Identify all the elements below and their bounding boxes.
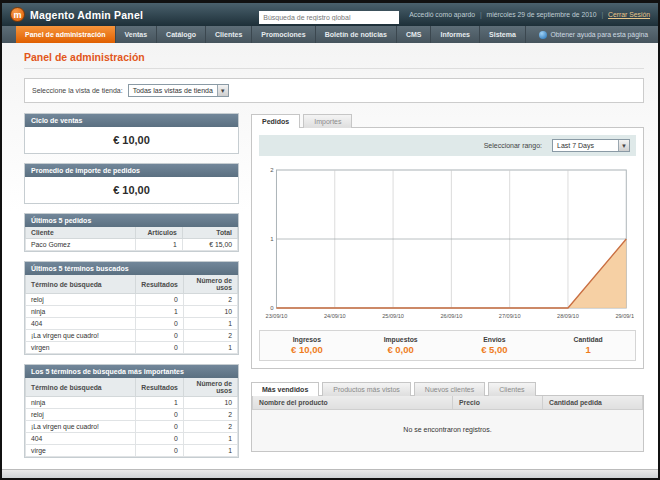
last-search-table: Término de búsqueda Resultados Número de… [25, 275, 238, 354]
help-link[interactable]: Obtener ayuda para esta página [539, 26, 659, 43]
cell-uses: 2 [183, 330, 237, 342]
top-search-table: Término de búsqueda Resultados Número de… [25, 378, 238, 457]
range-selector-bar: Seleccionar rango: Last 7 Days ▼ [259, 135, 636, 156]
nav-item-catalogo[interactable]: Catálogo [157, 26, 206, 43]
svg-text:28/09/10: 28/09/10 [557, 313, 579, 319]
range-label: Seleccionar rango: [484, 142, 542, 149]
cell-results: 0 [136, 433, 184, 445]
svg-text:29/09/10: 29/09/10 [615, 313, 634, 319]
svg-text:25/09/10: 25/09/10 [382, 313, 404, 319]
widget-title: Ciclo de ventas [25, 114, 238, 127]
tab-clientes[interactable]: Clientes [488, 382, 535, 396]
cell-term: 404 [26, 433, 136, 445]
page-content: Panel de administración Seleccione la vi… [2, 43, 658, 465]
col-header: Número de usos [183, 275, 237, 294]
store-view-selector: Seleccione la vista de tienda: Todas las… [24, 78, 644, 103]
col-header: Número de usos [183, 378, 237, 397]
range-select[interactable]: Last 7 Days ▼ [552, 139, 630, 152]
nav-item-ventas[interactable]: Ventas [116, 26, 158, 43]
tab-productos-mas-vistos[interactable]: Productos más vistos [322, 382, 411, 396]
admin-header: m Magento Admin Panel Accedió como apard… [2, 3, 658, 26]
stat-value: € 5,00 [448, 344, 542, 355]
stat-value: 1 [541, 344, 635, 355]
nav-item-cms[interactable]: CMS [397, 26, 432, 43]
separator: | [480, 11, 482, 18]
store-view-label: Seleccione la vista de tienda: [32, 87, 123, 94]
tab-mas-vendidos[interactable]: Más vendidos [251, 382, 319, 396]
tab-pedidos[interactable]: Pedidos [251, 114, 300, 128]
cell-results: 0 [136, 330, 184, 342]
global-search-input[interactable] [259, 11, 399, 24]
nav-item-boletin[interactable]: Boletín de noticias [316, 26, 397, 43]
table-row[interactable]: ninja 1 10 [26, 306, 238, 318]
col-header: Resultados [136, 378, 184, 397]
products-table-panel: Nombre del producto Precio Cantidad pedi… [251, 395, 644, 452]
table-row[interactable]: reloj 0 2 [26, 294, 238, 306]
table-row[interactable]: Paco Gomez 1 € 15,00 [26, 239, 238, 251]
dashboard-left-column: Ciclo de ventas € 10,00 Promedio de impo… [24, 113, 239, 465]
cell-term: virge [26, 445, 136, 457]
cell-results: 0 [136, 342, 184, 354]
cell-uses: 1 [183, 342, 237, 354]
header-user-info: Accedió como apardo | miércoles 29 de se… [409, 11, 650, 18]
stat-cantidad: Cantidad 1 [541, 336, 635, 355]
tab-nuevos-clientes[interactable]: Nuevos clientes [414, 382, 485, 396]
cell-results: 1 [136, 397, 184, 409]
chevron-down-icon: ▼ [618, 140, 629, 151]
stat-label: Cantidad [541, 336, 635, 343]
stat-label: Impuestos [354, 336, 448, 343]
widget-title: Últimos 5 términos buscados [25, 262, 238, 275]
browser-viewport: m Magento Admin Panel Accedió como apard… [0, 0, 660, 480]
stat-impuestos: Impuestos € 0,00 [354, 336, 448, 355]
stat-ingresos: Ingresos € 10,00 [260, 336, 354, 355]
bottom-bar [2, 469, 658, 478]
nav-item-dashboard[interactable]: Panel de administración [16, 26, 116, 43]
cell-results: 0 [136, 409, 184, 421]
cell-term: reloj [26, 409, 136, 421]
nav-item-clientes[interactable]: Clientes [206, 26, 252, 43]
col-header: Término de búsqueda [26, 378, 136, 397]
nav-item-sistema[interactable]: Sistema [480, 26, 526, 43]
nav-item-promociones[interactable]: Promociones [252, 26, 315, 43]
table-row[interactable]: ninja 1 10 [26, 397, 238, 409]
cell-term: 404 [26, 318, 136, 330]
cell-term: ninja [26, 397, 136, 409]
cell-uses: 10 [183, 306, 237, 318]
nav-item-informes[interactable]: Informes [431, 26, 480, 43]
cell-results: 0 [136, 294, 184, 306]
last-orders-widget: Últimos 5 pedidos Cliente Artículos Tota… [24, 213, 239, 252]
stat-value: € 0,00 [354, 344, 448, 355]
tab-importes[interactable]: Importes [303, 114, 352, 128]
help-link-label: Obtener ayuda para esta página [551, 31, 649, 38]
cell-uses: 1 [183, 433, 237, 445]
chart-svg: 01223/09/1024/09/1025/09/1026/09/1027/09… [261, 162, 634, 322]
cell-term: virgen [26, 342, 136, 354]
current-date: miércoles 29 de septiembre de 2010 [487, 11, 597, 18]
cell-uses: 2 [183, 421, 237, 433]
logout-link[interactable]: Cerrar Sesión [608, 11, 650, 18]
col-header: Resultados [136, 275, 184, 294]
products-table: Nombre del producto Precio Cantidad pedi… [252, 396, 643, 410]
table-row[interactable]: 404 0 1 [26, 433, 238, 445]
cell-results: 0 [136, 318, 184, 330]
totals-bar: Ingresos € 10,00 Impuestos € 0,00 Envíos… [259, 330, 636, 361]
table-row[interactable]: virge 0 1 [26, 445, 238, 457]
help-globe-icon [539, 31, 547, 39]
table-row[interactable]: ¡La virgen que cuadro! 0 2 [26, 421, 238, 433]
cell-total: € 15,00 [182, 239, 237, 251]
range-value: Last 7 Days [553, 140, 598, 151]
stat-label: Ingresos [260, 336, 354, 343]
svg-text:24/09/10: 24/09/10 [324, 313, 346, 319]
table-row[interactable]: 404 0 1 [26, 318, 238, 330]
orders-chart-panel: Seleccionar rango: Last 7 Days ▼ 01223/0… [251, 127, 644, 369]
cell-results: 0 [136, 445, 184, 457]
table-row[interactable]: ¡La virgen que cuadro! 0 2 [26, 330, 238, 342]
cell-term: ninja [26, 306, 136, 318]
table-row[interactable]: virgen 0 1 [26, 342, 238, 354]
main-nav: Panel de administración Ventas Catálogo … [2, 26, 658, 43]
stat-value: € 10,00 [260, 344, 354, 355]
cell-results: 0 [136, 421, 184, 433]
store-view-select[interactable]: Todas las vistas de tienda ▼ [128, 84, 229, 97]
empty-table-message: No se encontraron registros. [252, 410, 643, 451]
table-row[interactable]: reloj 0 2 [26, 409, 238, 421]
